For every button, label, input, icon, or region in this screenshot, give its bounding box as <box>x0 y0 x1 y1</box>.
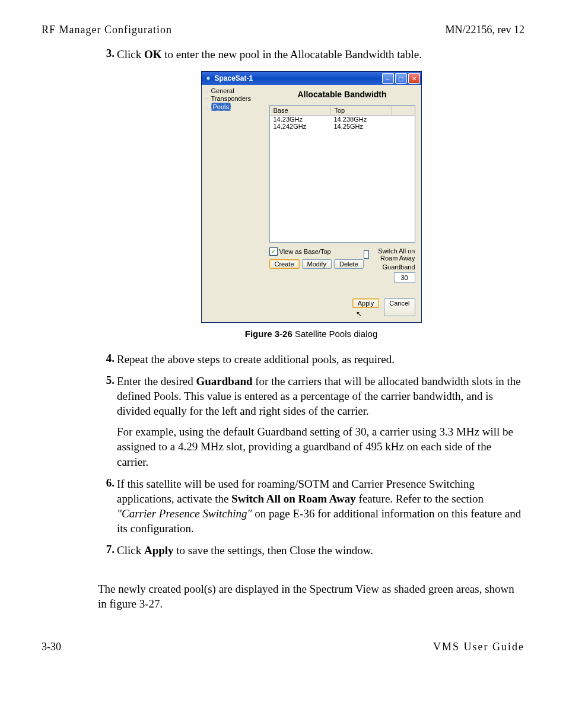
step-7-text: Click Apply to save the settings, then C… <box>117 543 524 558</box>
cancel-button[interactable]: Cancel <box>384 298 415 316</box>
step-5-num: 5. <box>98 374 117 469</box>
cell-top: 14.25GHz <box>330 123 391 130</box>
step-7-post: to save the settings, then Close the win… <box>174 544 374 557</box>
switch-roam-checkbox-row[interactable]: Switch All on Roam Away <box>364 247 415 262</box>
apply-button[interactable]: Apply <box>352 298 380 308</box>
step-7-bold: Apply <box>144 544 174 557</box>
col-spacer <box>392 106 415 115</box>
tree-item-general[interactable]: ⋯General <box>204 87 261 95</box>
step-6: 6. If this satellite will be used for ro… <box>98 476 524 536</box>
table-row[interactable]: 14.23GHz 14.238GHz <box>270 116 415 123</box>
figure-3-26: SpaceSat-1 – ▢ ✕ ⋯General ⋯Transponders … <box>98 71 524 323</box>
step-4-num: 4. <box>98 352 117 367</box>
step-3-bold: OK <box>144 48 162 61</box>
tree-item-pools[interactable]: ⋯Pools <box>204 103 261 112</box>
step-3-text: Click OK to enter the new pool in the Al… <box>117 47 524 62</box>
tree-nav: ⋯General ⋯Transponders ⋯Pools <box>202 85 263 289</box>
header-right: MN/22156, rev 12 <box>446 24 525 36</box>
titlebar[interactable]: SpaceSat-1 – ▢ ✕ <box>202 72 421 85</box>
col-top[interactable]: Top <box>331 106 392 115</box>
step-6-text: If this satellite will be used for roami… <box>117 476 524 536</box>
step-6-italic: "Carrier Presence Switching" <box>117 507 252 520</box>
table-header: Base Top <box>270 106 415 116</box>
create-button[interactable]: Create <box>269 259 300 269</box>
step-3-pre: Click <box>117 48 144 61</box>
footer-right: VMS User Guide <box>433 641 524 653</box>
body-paragraph: The newly created pool(s) are displayed … <box>42 581 524 611</box>
dialog-title: SpaceSat-1 <box>215 74 253 82</box>
guardband-input[interactable]: 30 <box>394 272 415 283</box>
close-button[interactable]: ✕ <box>408 73 420 84</box>
cell-base: 14.23GHz <box>270 116 330 123</box>
minimize-button[interactable]: – <box>382 73 394 84</box>
table-row[interactable]: 14.242GHz 14.25GHz <box>270 123 415 130</box>
step-6-bold: Switch All on Roam Away <box>231 492 356 505</box>
svg-line-1 <box>205 75 207 77</box>
col-base[interactable]: Base <box>270 106 331 115</box>
step-7: 7. Click Apply to save the settings, the… <box>98 543 524 558</box>
step-3: 3. Click OK to enter the new pool in the… <box>98 47 524 62</box>
page-header: RF Manager Configuration MN/22156, rev 1… <box>42 24 524 36</box>
guardband-label: Guardband <box>382 263 415 271</box>
figure-number: Figure 3-26 <box>245 329 292 339</box>
tree-label: General <box>211 87 234 94</box>
view-as-label: View as Base/Top <box>279 248 331 255</box>
tree-label: Transponders <box>211 95 251 102</box>
panel-title: Allocatable Bandwidth <box>269 90 415 99</box>
switch-roam-label: Switch All on Roam Away <box>371 247 415 262</box>
delete-button[interactable]: Delete <box>334 259 364 269</box>
satellite-icon <box>204 74 212 82</box>
dialog-window: SpaceSat-1 – ▢ ✕ ⋯General ⋯Transponders … <box>201 71 422 323</box>
tree-label: Pools <box>211 103 231 111</box>
header-left: RF Manager Configuration <box>42 24 172 36</box>
step-7-num: 7. <box>98 543 117 558</box>
step-5: 5. Enter the desired Guardband for the c… <box>98 374 524 469</box>
tree-item-transponders[interactable]: ⋯Transponders <box>204 95 261 103</box>
bandwidth-table[interactable]: Base Top 14.23GHz 14.238GHz 14.242GHz <box>269 105 415 243</box>
step-4-text: Repeat the above steps to create additio… <box>117 352 524 367</box>
cursor-icon: ↖ <box>356 310 362 318</box>
page-footer: 3-30 VMS User Guide <box>42 641 524 653</box>
step-5-sub: For example, using the default Guardband… <box>117 424 524 469</box>
figure-text: Satellite Pools dialog <box>292 329 377 339</box>
svg-line-2 <box>209 80 212 82</box>
step-4: 4. Repeat the above steps to create addi… <box>98 352 524 367</box>
modify-button[interactable]: Modify <box>302 259 332 269</box>
step-5-text: Enter the desired Guardband for the carr… <box>117 374 524 469</box>
step-3-num: 3. <box>98 47 117 62</box>
step-5-pre: Enter the desired <box>117 375 196 387</box>
cell-base: 14.242GHz <box>270 123 330 130</box>
step-6-num: 6. <box>98 476 117 536</box>
step-5-bold: Guardband <box>196 375 252 387</box>
view-as-checkbox-row[interactable]: ✓ View as Base/Top <box>269 247 364 256</box>
footer-left: 3-30 <box>42 641 61 653</box>
maximize-button[interactable]: ▢ <box>395 73 407 84</box>
figure-caption: Figure 3-26 Satellite Pools dialog <box>98 329 524 339</box>
step-3-post: to enter the new pool in the Allocatable… <box>161 48 421 61</box>
step-6-mid: feature. Refer to the section <box>356 492 484 505</box>
checkbox-checked-icon[interactable]: ✓ <box>269 247 278 256</box>
step-7-pre: Click <box>117 544 144 557</box>
cell-top: 14.238GHz <box>330 116 391 123</box>
checkbox-unchecked-icon[interactable] <box>364 250 369 259</box>
